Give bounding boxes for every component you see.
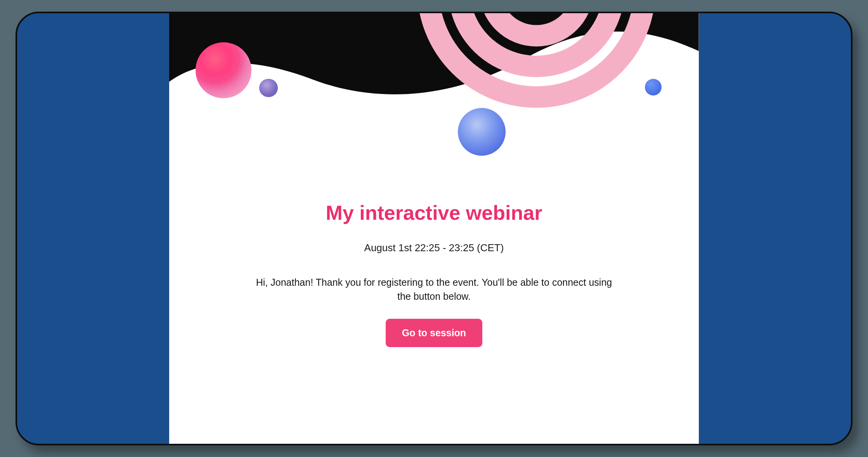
blue-small-circle-icon [645,79,662,96]
svg-point-0 [428,13,645,97]
svg-point-2 [490,13,583,36]
wave-icon [169,13,699,185]
purple-circle-icon [259,79,278,97]
app-frame: My interactive webinar August 1st 22:25 … [16,12,852,445]
hero-graphic [169,13,699,186]
card-body: My interactive webinar August 1st 22:25 … [169,186,699,348]
event-title: My interactive webinar [189,201,679,224]
rings-icon [169,13,699,185]
blue-large-circle-icon [458,108,506,156]
go-to-session-button[interactable]: Go to session [386,319,482,347]
event-datetime: August 1st 22:25 - 23:25 (CET) [189,242,679,254]
svg-point-1 [459,13,613,66]
email-card: My interactive webinar August 1st 22:25 … [169,13,699,444]
pink-circle-icon [196,42,251,98]
event-message: Hi, Jonathan! Thank you for registering … [255,275,612,304]
